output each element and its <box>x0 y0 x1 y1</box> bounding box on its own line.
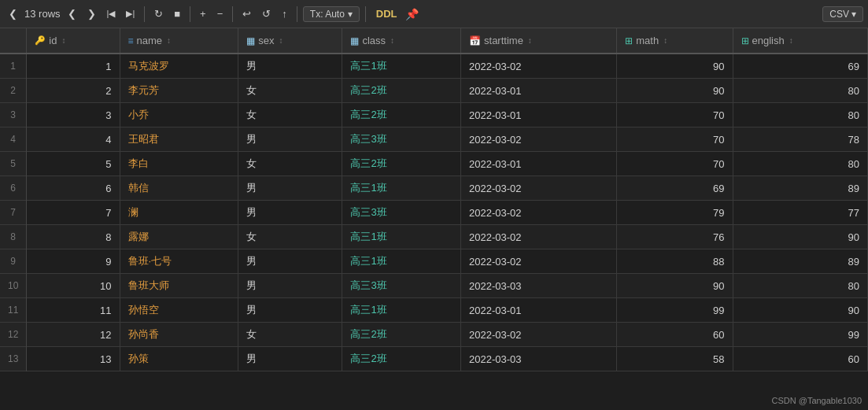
add-row-btn[interactable]: + <box>196 6 210 22</box>
cell-id: 6 <box>27 176 120 201</box>
table-row[interactable]: 7 7 澜 男 高三3班 2022-03-02 79 77 <box>0 201 868 225</box>
col-header-class[interactable]: ▦ class ↕ <box>342 28 461 54</box>
cell-math: 90 <box>617 54 733 79</box>
nav-last-btn[interactable]: ▶| <box>122 6 139 21</box>
col-header-id[interactable]: 🔑 id ↕ <box>27 28 120 54</box>
stop-btn[interactable]: ■ <box>170 6 184 22</box>
cell-id: 5 <box>27 152 120 176</box>
sort-arrow-english: ↕ <box>789 36 793 45</box>
table-row[interactable]: 6 6 韩信 男 高三1班 2022-03-02 69 89 <box>0 176 868 201</box>
cell-class: 高三1班 <box>342 54 461 79</box>
cell-sex: 女 <box>238 79 342 103</box>
table-row[interactable]: 8 8 露娜 女 高三1班 2022-03-02 76 90 <box>0 225 868 249</box>
cell-english: 80 <box>733 152 867 176</box>
cell-english: 60 <box>733 347 867 371</box>
toolbar: ❮ 13 rows ❮ ❯ |◀ ▶| ↻ ■ + − ↩ ↺ ↑ Tx: Au… <box>0 0 868 28</box>
sep3 <box>232 6 233 22</box>
table-row[interactable]: 13 13 孙策 男 高三2班 2022-03-03 58 60 <box>0 347 868 371</box>
cell-starttime: 2022-03-02 <box>461 323 617 347</box>
cell-id: 3 <box>27 103 120 127</box>
undo-btn[interactable]: ↩ <box>238 6 255 22</box>
cell-english: 77 <box>733 201 867 225</box>
cell-sex: 女 <box>238 323 342 347</box>
move-up-btn[interactable]: ↑ <box>278 6 291 22</box>
cell-class: 高三2班 <box>342 79 461 103</box>
cell-math: 70 <box>617 127 733 152</box>
row-number: 8 <box>0 225 27 249</box>
tx-dropdown[interactable]: Tx: Auto ▾ <box>303 6 360 22</box>
col-sex-label: sex <box>258 35 274 46</box>
col-header-sex[interactable]: ▦ sex ↕ <box>238 28 342 54</box>
nav-next-btn[interactable]: ❯ <box>83 6 100 22</box>
nav-prev-btn[interactable]: ❮ <box>64 6 80 22</box>
cell-id: 10 <box>27 274 120 298</box>
cell-name: 李白 <box>120 152 238 176</box>
cell-math: 69 <box>617 176 733 201</box>
csv-dropdown[interactable]: CSV ▾ <box>822 6 863 22</box>
sep4 <box>297 6 297 22</box>
table-row[interactable]: 2 2 李元芳 女 高三2班 2022-03-01 90 80 <box>0 79 868 103</box>
cell-id: 7 <box>27 201 120 225</box>
sort-arrow-id: ↕ <box>61 36 65 45</box>
cell-starttime: 2022-03-02 <box>461 127 617 152</box>
table-row[interactable]: 4 4 王昭君 男 高三3班 2022-03-02 70 78 <box>0 127 868 152</box>
nav-first-btn[interactable]: |◀ <box>103 6 120 21</box>
col-header-name[interactable]: ≡ name ↕ <box>120 28 238 54</box>
table-row[interactable]: 12 12 孙尚香 女 高三2班 2022-03-02 60 99 <box>0 323 868 347</box>
cell-english: 78 <box>733 127 867 152</box>
cell-english: 99 <box>733 323 867 347</box>
cell-class: 高三3班 <box>342 127 461 152</box>
cell-math: 76 <box>617 225 733 249</box>
cell-class: 高三3班 <box>342 201 461 225</box>
ddl-btn[interactable]: DDL <box>371 6 402 22</box>
table-row[interactable]: 1 1 马克波罗 男 高三1班 2022-03-02 90 69 <box>0 54 868 79</box>
cell-name: 王昭君 <box>120 127 238 152</box>
row-number: 2 <box>0 79 27 103</box>
cell-starttime: 2022-03-02 <box>461 225 617 249</box>
cell-starttime: 2022-03-01 <box>461 152 617 176</box>
table-row[interactable]: 9 9 鲁班·七号 男 高三1班 2022-03-02 88 89 <box>0 249 868 274</box>
row-number: 12 <box>0 323 27 347</box>
col-header-starttime[interactable]: 📅 starttime ↕ <box>461 28 617 54</box>
cell-math: 88 <box>617 249 733 274</box>
table-row[interactable]: 5 5 李白 女 高三2班 2022-03-01 70 80 <box>0 152 868 176</box>
cell-id: 11 <box>27 298 120 323</box>
cell-starttime: 2022-03-02 <box>461 249 617 274</box>
cell-sex: 男 <box>238 201 342 225</box>
table-row[interactable]: 11 11 孙悟空 男 高三1班 2022-03-01 99 90 <box>0 298 868 323</box>
nav-left-btn[interactable]: ❮ <box>5 6 21 22</box>
col-header-math[interactable]: ⊞ math ↕ <box>617 28 733 54</box>
cell-id: 1 <box>27 54 120 79</box>
table-row[interactable]: 10 10 鲁班大师 男 高三3班 2022-03-03 90 80 <box>0 274 868 298</box>
cell-starttime: 2022-03-02 <box>461 176 617 201</box>
cell-math: 79 <box>617 201 733 225</box>
cell-class: 高三2班 <box>342 347 461 371</box>
cell-id: 2 <box>27 79 120 103</box>
refresh-btn[interactable]: ↻ <box>150 6 167 22</box>
cell-english: 80 <box>733 274 867 298</box>
redo-btn[interactable]: ↺ <box>258 6 275 22</box>
col-header-english[interactable]: ⊞ english ↕ <box>733 28 867 54</box>
cell-name: 孙尚香 <box>120 323 238 347</box>
cell-sex: 男 <box>238 127 342 152</box>
cell-name: 马克波罗 <box>120 54 238 79</box>
remove-row-btn[interactable]: − <box>213 6 227 22</box>
pin-btn[interactable]: 📌 <box>405 8 419 20</box>
cell-sex: 男 <box>238 176 342 201</box>
cell-math: 60 <box>617 323 733 347</box>
table-row[interactable]: 3 3 小乔 女 高三2班 2022-03-01 70 80 <box>0 103 868 127</box>
cell-id: 9 <box>27 249 120 274</box>
sort-arrow-sex: ↕ <box>279 36 283 45</box>
col-starttime-label: starttime <box>484 35 523 46</box>
cell-starttime: 2022-03-03 <box>461 347 617 371</box>
row-number: 13 <box>0 347 27 371</box>
data-table: 🔑 id ↕ ≡ name ↕ ▦ sex ↕ <box>0 28 868 371</box>
sep1 <box>144 6 145 22</box>
cell-id: 4 <box>27 127 120 152</box>
num-icon-math: ⊞ <box>625 35 633 46</box>
row-number: 5 <box>0 152 27 176</box>
cell-sex: 男 <box>238 298 342 323</box>
row-number: 1 <box>0 54 27 79</box>
cell-class: 高三2班 <box>342 152 461 176</box>
tx-arrow-icon: ▾ <box>348 9 353 20</box>
